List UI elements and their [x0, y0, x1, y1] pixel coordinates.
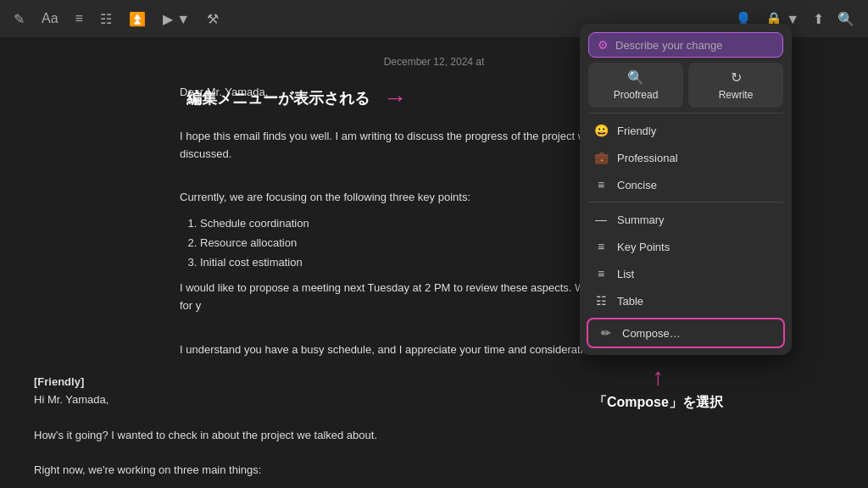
edit-icon[interactable]: ✎ — [14, 11, 25, 27]
rewrite-label: Rewrite — [719, 89, 754, 101]
popup-item-friendly[interactable]: 😀 Friendly — [580, 117, 792, 144]
popup-item-summary[interactable]: — Summary — [580, 206, 792, 233]
proofread-label: Proofread — [614, 89, 659, 101]
search-icon[interactable]: 🔍 — [837, 11, 854, 27]
popup-item-table[interactable]: ☷ Table — [580, 287, 792, 314]
grid-icon[interactable]: ☷ — [100, 11, 112, 27]
popup-item-concise[interactable]: ≡ Concise — [580, 171, 792, 198]
wave-icon[interactable]: ⏫ — [129, 11, 146, 27]
friendly-label-item: Friendly — [617, 125, 656, 137]
text-format-icon[interactable]: Aa — [42, 11, 58, 26]
popup-search-input[interactable] — [615, 39, 774, 52]
popup-item-list[interactable]: ≡ List — [580, 260, 792, 287]
annotation-arrow: → — [383, 85, 407, 112]
bottom-text: 「Compose」を選択 — [593, 394, 723, 412]
friendly-p2: Right now, we're working on three main t… — [34, 462, 834, 480]
friendly-section: [Friendly] Hi Mr. Yamada, How's it going… — [0, 365, 868, 488]
friendly-label: [Friendly] — [34, 375, 84, 388]
table-label: Table — [617, 295, 643, 308]
list-label: List — [617, 268, 634, 280]
divider-2 — [588, 202, 783, 202]
professional-icon: 💼 — [593, 151, 609, 164]
friendly-p1: How's it going? I wanted to check in abo… — [34, 427, 834, 445]
annotation-edit-menu: 編集メニューが表示される → — [186, 85, 407, 112]
share-icon[interactable]: ⬆ — [813, 11, 824, 27]
list-format-icon: ≡ — [593, 267, 609, 280]
concise-label: Concise — [617, 179, 657, 191]
friendly-icon: 😀 — [593, 124, 609, 137]
popup-search-bar[interactable]: ⚙ — [588, 32, 783, 58]
proofread-button[interactable]: 🔍 Proofread — [588, 63, 683, 108]
bottom-arrow: ↑ — [652, 363, 664, 391]
popup-item-professional[interactable]: 💼 Professional — [580, 144, 792, 171]
key-points-label: Key Points — [617, 241, 670, 253]
table-icon: ☷ — [593, 294, 609, 308]
professional-label: Professional — [617, 152, 678, 164]
popup-menu: ⚙ 🔍 Proofread ↻ Rewrite 😀 Friendly 💼 Pro… — [580, 24, 792, 355]
compose-icon: ✏ — [598, 326, 614, 340]
image-icon[interactable]: ▶ ▼ — [163, 11, 190, 27]
compose-button[interactable]: ✏ Compose… — [587, 318, 785, 348]
key-points-icon: ≡ — [593, 240, 609, 253]
concise-icon: ≡ — [593, 178, 609, 191]
annotation-compose: ↑ 「Compose」を選択 — [593, 363, 723, 412]
brush-icon[interactable]: ⚒ — [207, 11, 219, 27]
compose-label: Compose… — [622, 327, 681, 340]
proofread-icon: 🔍 — [627, 69, 644, 86]
divider-1 — [588, 113, 783, 114]
rewrite-button[interactable]: ↻ Rewrite — [688, 63, 783, 108]
popup-item-key-points[interactable]: ≡ Key Points — [580, 233, 792, 260]
summary-label: Summary — [617, 214, 665, 226]
rewrite-icon: ↻ — [731, 69, 742, 86]
summary-icon: — — [593, 213, 609, 226]
popup-search-gear-icon: ⚙ — [598, 38, 609, 52]
popup-actions: 🔍 Proofread ↻ Rewrite — [588, 63, 783, 108]
list-icon[interactable]: ≡ — [75, 11, 83, 26]
annotation-text: 編集メニューが表示される — [186, 88, 370, 108]
